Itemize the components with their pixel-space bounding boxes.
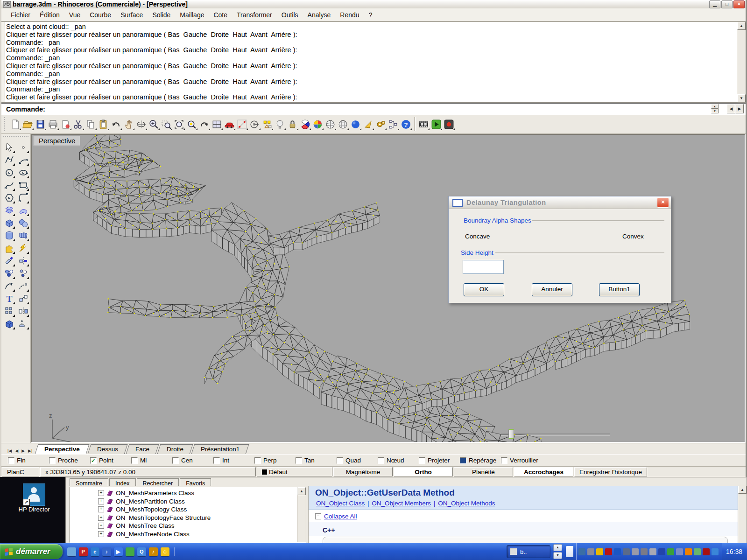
color-wheel-icon[interactable]	[311, 118, 324, 131]
content-scroll-up-icon[interactable]: ▲	[738, 486, 747, 494]
status-planit[interactable]: Planéité	[454, 467, 513, 476]
pattern-app-icon[interactable]	[676, 548, 683, 555]
polyline-icon[interactable]	[2, 154, 15, 166]
surface-from-points-icon[interactable]	[2, 204, 15, 216]
rhino-task-button[interactable]: b..	[507, 545, 550, 558]
command-scrollbar[interactable]: ▲ ▼	[737, 22, 746, 102]
osnap-verrouiller[interactable]: Verrouiller	[501, 457, 542, 464]
scroll-up-icon[interactable]: ▲	[737, 22, 746, 30]
help-link-onobjectmembers[interactable]: ON_Object Members	[372, 500, 431, 507]
mirror-icon[interactable]	[16, 305, 29, 317]
help-icon[interactable]: ?	[400, 118, 412, 131]
osnap-nud[interactable]: Nœud	[378, 457, 419, 464]
sphere-mapping-icon[interactable]	[337, 118, 349, 131]
cplane-button[interactable]: PlanC	[2, 467, 39, 476]
render-preview-icon[interactable]	[349, 118, 362, 131]
tree-item[interactable]: +ON_MeshTopology Class	[98, 505, 296, 514]
checkbox-icon[interactable]	[337, 457, 343, 464]
move-icon[interactable]	[16, 292, 29, 304]
record-animation-icon[interactable]	[443, 118, 455, 131]
play-animation-icon[interactable]	[430, 118, 443, 131]
spark-tools-icon[interactable]	[16, 242, 29, 254]
menu-maillage[interactable]: Maillage	[175, 10, 209, 20]
alpha-slider-thumb[interactable]	[508, 429, 514, 439]
options-gears-icon[interactable]	[374, 118, 387, 131]
tree-item[interactable]: +ON_MeshParameters Class	[98, 489, 296, 497]
split-icon[interactable]	[16, 254, 29, 266]
bend-surface-icon[interactable]	[16, 204, 29, 216]
menu-courbe[interactable]: Courbe	[85, 10, 116, 20]
expand-icon[interactable]: +	[98, 523, 104, 529]
trim-icon[interactable]	[2, 254, 15, 266]
view-tab-prsentation1[interactable]: Présentation1	[191, 444, 249, 454]
circle-center-icon[interactable]	[248, 118, 261, 131]
antivirus-shield-icon[interactable]	[605, 548, 612, 555]
layer-indicator[interactable]: Défaut	[257, 467, 332, 476]
taskbar-scroll-up-icon[interactable]: ▲	[553, 544, 562, 551]
paste-icon[interactable]	[97, 118, 110, 131]
light-icon[interactable]	[274, 118, 286, 131]
tree-item[interactable]: +ON_MeshTopologyFace Structure	[98, 514, 296, 522]
menu-vue[interactable]: Vue	[64, 10, 85, 20]
hp-director-shortcut[interactable]: ↗ HP Director	[13, 483, 55, 513]
sphere-wireframe-icon[interactable]	[324, 118, 337, 131]
points-layer-icon[interactable]	[261, 118, 274, 131]
checkbox-icon[interactable]	[49, 457, 56, 464]
pdf-dxf-icon[interactable]: P	[79, 547, 88, 556]
scroll-down-icon[interactable]: ▼	[737, 94, 746, 102]
material-wedge-icon[interactable]	[299, 118, 311, 131]
checkbox-icon[interactable]: ✓	[90, 457, 97, 464]
help-tab-sommaire[interactable]: Sommaire	[70, 478, 108, 486]
save-file-icon[interactable]	[34, 118, 47, 131]
status-enregistrerlhistorique[interactable]: Enregistrer l'historique	[574, 467, 647, 476]
orange-app-icon[interactable]	[685, 548, 692, 555]
network-disconnected-icon[interactable]	[623, 548, 630, 555]
wireless-keyboard-icon[interactable]	[632, 548, 639, 555]
zoom-extents-icon[interactable]	[173, 118, 185, 131]
command-line[interactable]: Commande: ▲▼ ◀ ▶	[1, 103, 746, 114]
osnap-tan[interactable]: Tan	[296, 457, 337, 464]
internet-explorer-icon[interactable]: e	[91, 547, 99, 556]
tree-scrollbar[interactable]: ▲	[297, 487, 306, 542]
cancel-button[interactable]: Annuler	[532, 283, 572, 296]
box-icon[interactable]	[2, 217, 15, 229]
osnap-quad[interactable]: Quad	[337, 457, 378, 464]
checkbox-icon[interactable]	[501, 457, 507, 464]
alpha-slider-track[interactable]	[501, 434, 610, 435]
osnap-reprage[interactable]: Repérage	[460, 457, 501, 464]
hp-director-icon[interactable]: ↗	[23, 483, 45, 506]
security-warning-icon[interactable]	[596, 548, 603, 555]
tree-item[interactable]: +ON_MeshTree Class	[98, 522, 296, 530]
tray-hide-button[interactable]	[566, 546, 573, 557]
osnap-fin[interactable]: Fin	[8, 457, 49, 464]
prev-view-icon[interactable]: ◀	[14, 448, 20, 453]
photo-app-icon[interactable]	[126, 547, 134, 556]
extrude-icon[interactable]	[16, 317, 29, 329]
menu-rendu[interactable]: Rendu	[335, 10, 364, 20]
checkbox-icon[interactable]	[419, 457, 425, 464]
dialog-close-icon[interactable]: ×	[657, 197, 669, 208]
menu-solide[interactable]: Solide	[148, 10, 175, 20]
osnap-cen[interactable]: Cen	[172, 457, 213, 464]
object-links-icon[interactable]	[387, 118, 400, 131]
command-spinner[interactable]: ▲▼	[711, 104, 719, 113]
memory-device-icon[interactable]	[649, 548, 656, 555]
view-tab-dessus[interactable]: Dessus	[88, 444, 128, 454]
open-file-icon[interactable]	[21, 118, 34, 131]
array-icon[interactable]	[2, 305, 15, 317]
display-signal-icon[interactable]	[587, 548, 594, 555]
checkbox-icon[interactable]	[460, 457, 466, 464]
messenger-smiley-icon[interactable]: ☺	[161, 547, 169, 556]
help-tab-index[interactable]: Index	[109, 478, 136, 486]
command-prev-icon[interactable]: ◀	[727, 104, 735, 113]
zoom-selected-icon[interactable]	[185, 118, 198, 131]
solid-cube-icon[interactable]	[2, 317, 15, 329]
menu-fichier[interactable]: Fichier	[6, 10, 35, 20]
arc-icon[interactable]	[16, 154, 29, 166]
command-grip[interactable]	[1, 22, 5, 102]
bluetooth-icon[interactable]	[614, 548, 621, 555]
expand-icon[interactable]: +	[98, 515, 104, 521]
checkbox-icon[interactable]	[213, 457, 220, 464]
osnap-perp[interactable]: Perp	[254, 457, 296, 464]
title-bar[interactable]: barrage.3dm - Rhinoceros (Commerciale) -…	[1, 0, 746, 8]
